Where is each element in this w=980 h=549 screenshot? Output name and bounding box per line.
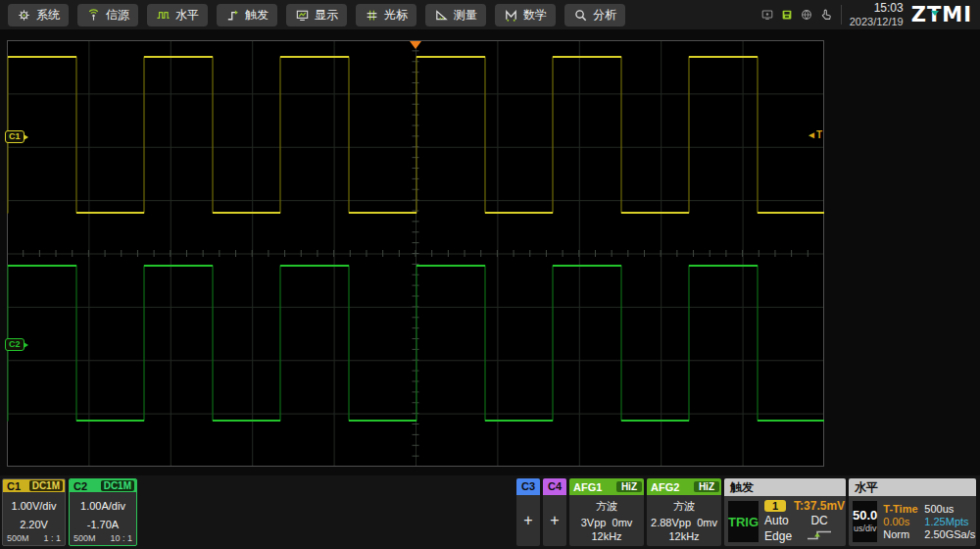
timebase-box: 50.0 us/div: [853, 501, 877, 542]
network-icon: [800, 8, 813, 22]
afg1-waveform: 方波: [569, 499, 644, 514]
channel-c1-scale: 1.00V/div: [3, 497, 65, 516]
clock-time: 15:03: [850, 2, 904, 15]
channel-marker-c1[interactable]: C1: [5, 130, 24, 143]
afg2-impedance: HiZ: [694, 481, 719, 492]
memory-depth: 1.25Mpts: [924, 516, 975, 527]
trigger-edge-icon: [794, 528, 845, 544]
source-icon: [86, 8, 101, 23]
menu-label-math: 数学: [523, 7, 547, 24]
channel-card-c4[interactable]: C4 +: [543, 478, 566, 546]
trigger-type: Edge: [764, 529, 794, 543]
menu-button-horizontal[interactable]: 水平: [147, 4, 208, 26]
waveform-canvas: [7, 40, 824, 467]
afg1-name: AFG1: [569, 481, 602, 493]
menu-label-cursor: 光标: [384, 7, 408, 24]
menu-button-source[interactable]: 信源: [77, 4, 138, 26]
afg2-waveform: 方波: [647, 499, 721, 514]
channel-c2-footer: 500M 10 : 1: [70, 533, 136, 546]
screen-icon: [760, 8, 774, 22]
menu-button-trigger[interactable]: 触发: [217, 4, 277, 26]
horizontal-panel-title: 水平: [849, 478, 976, 496]
bottom-bar: C1 DC1M 1.00V/div 2.20V 500M 1 : 1 C2 DC…: [0, 475, 980, 549]
logo-mi: MI: [942, 3, 972, 26]
horizontal-settings: T-Time 500us 0.00s 1.25Mpts Norm 2.50GSa…: [883, 503, 975, 540]
afg1-impedance: HiZ: [616, 481, 642, 492]
channel-c1-footer: 500M 1 : 1: [3, 533, 65, 546]
channel-c1-bandwidth: 500M: [7, 533, 29, 543]
trigger-panel-body: TRIG 1 T:37.5mV Auto DC Edge: [724, 496, 846, 546]
scope-screen: C1C2◄T: [0, 29, 980, 475]
status-icon-group: [760, 8, 833, 22]
channel-marker-c2[interactable]: C2: [5, 338, 24, 351]
horizontal-panel[interactable]: 水平 50.0 us/div T-Time 500us 0.00s 1.25Mp…: [849, 478, 976, 546]
afg1-offset: 0mv: [612, 517, 633, 528]
afg1-amplitude: 3Vpp: [581, 517, 607, 528]
channel-c2-offset: -1.70A: [70, 516, 136, 534]
channel-c1-coupling: DC1M: [29, 480, 63, 491]
trigger-level-marker[interactable]: ◄T: [807, 129, 822, 140]
menu-button-analysis[interactable]: 分析: [564, 4, 625, 26]
usb-icon: [780, 8, 794, 22]
trigger-settings: 1 T:37.5mV Auto DC Edge: [764, 499, 845, 544]
menu-button-math[interactable]: 数学: [495, 4, 556, 26]
logo-z: Z: [911, 3, 927, 26]
afg1-settings: 方波 3Vpp 0mv 12kHz: [569, 495, 644, 546]
clock-date: 2023/12/19: [850, 16, 904, 27]
menu-button-cursor[interactable]: 光标: [356, 4, 416, 26]
top-menu-bar: 系统信源水平触发显示光标测量数学分析 15:03 2023/12/19 ZTMI: [0, 0, 980, 29]
afg2-amplitude-offset: 2.88Vpp 0mv: [647, 517, 721, 528]
trigger-panel-title: 触发: [724, 478, 846, 496]
channel-c1-header: C1 DC1M: [3, 479, 65, 492]
gear-icon: [17, 8, 31, 23]
t-time-label: T-Time: [883, 503, 924, 515]
channel-c2-probe: 10 : 1: [110, 533, 132, 543]
display-icon: [295, 8, 310, 23]
channel-card-c3[interactable]: C3 +: [516, 478, 540, 546]
trigger-position-marker[interactable]: [410, 41, 421, 49]
afg2-header: AFG2 HiZ: [647, 478, 721, 495]
menu-button-measure[interactable]: 测量: [425, 4, 486, 26]
horizontal-panel-body: 50.0 us/div T-Time 500us 0.00s 1.25Mpts …: [849, 496, 976, 546]
trigger-source-badge: 1: [764, 500, 786, 512]
menu-button-display[interactable]: 显示: [286, 4, 347, 26]
horizontal-icon: [156, 8, 171, 23]
channel-c2-coupling: DC1M: [101, 480, 134, 491]
math-icon: [504, 8, 518, 23]
channel-c3-add-button[interactable]: +: [516, 495, 540, 546]
afg1-card[interactable]: AFG1 HiZ 方波 3Vpp 0mv 12kHz: [569, 478, 644, 546]
channel-card-c1[interactable]: C1 DC1M 1.00V/div 2.20V 500M 1 : 1: [2, 478, 66, 546]
channel-c4-name: C4: [543, 478, 566, 495]
delay-value: 0.00s: [883, 516, 924, 527]
channel-card-c2[interactable]: C2 DC1M 1.00A/div -1.70A 500M 10 : 1: [69, 478, 137, 546]
afg2-name: AFG2: [647, 481, 679, 493]
afg2-card[interactable]: AFG2 HiZ 方波 2.88Vpp 0mv 12kHz: [647, 478, 721, 546]
trigger-status: TRIG: [728, 501, 759, 542]
menu-label-measure: 测量: [454, 7, 477, 24]
channel-c2-values: 1.00A/div -1.70A: [70, 492, 136, 533]
trigger-coupling: DC: [794, 514, 845, 527]
acquire-mode: Norm: [883, 528, 924, 540]
afg1-amplitude-offset: 3Vpp 0mv: [569, 517, 644, 528]
oscilloscope-app: 系统信源水平触发显示光标测量数学分析 15:03 2023/12/19 ZTMI…: [0, 0, 980, 549]
afg2-offset: 0mv: [697, 517, 717, 528]
menu-button-group: 系统信源水平触发显示光标测量数学分析: [8, 4, 625, 26]
trigger-level: T:37.5mV: [794, 499, 845, 513]
afg2-frequency: 12kHz: [647, 530, 721, 542]
channel-c1-name: C1: [3, 480, 21, 492]
topbar-divider: [841, 5, 842, 25]
timebase-unit: us/div: [854, 524, 877, 533]
channel-c2-header: C2 DC1M: [70, 479, 136, 492]
logo-t: T: [927, 3, 942, 26]
afg1-header: AFG1 HiZ: [569, 478, 644, 495]
scope-display: C1C2◄T: [7, 40, 824, 467]
menu-label-analysis: 分析: [593, 7, 616, 24]
channel-c3-name: C3: [516, 478, 540, 495]
channel-c2-name: C2: [70, 480, 87, 492]
trigger-panel[interactable]: 触发 TRIG 1 T:37.5mV Auto DC Edge: [724, 478, 846, 546]
menu-label-source: 信源: [106, 7, 129, 24]
channel-c4-add-button[interactable]: +: [543, 495, 566, 546]
menu-button-system[interactable]: 系统: [8, 4, 69, 26]
menu-label-horizontal: 水平: [175, 7, 199, 24]
measure-icon: [434, 8, 449, 23]
